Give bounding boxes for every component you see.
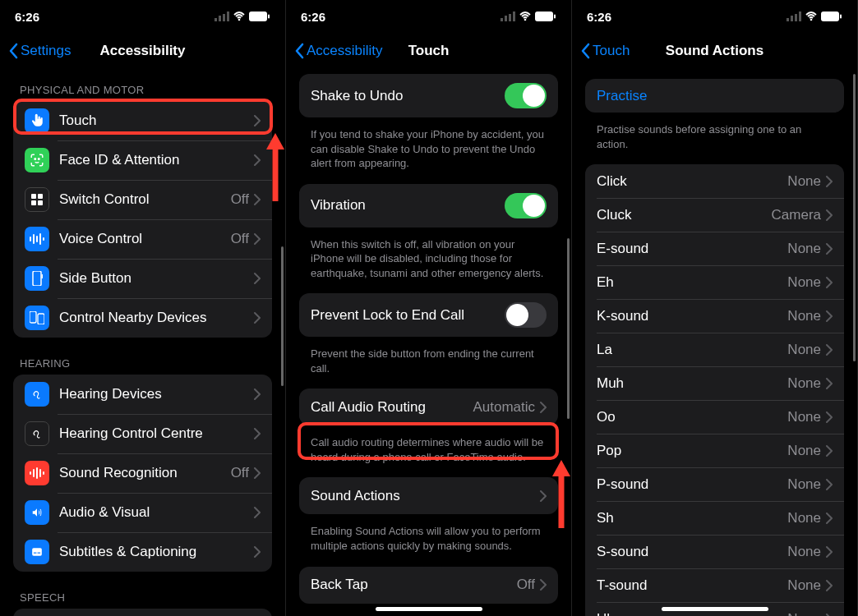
row-value: Off [231,191,249,208]
svg-rect-21 [38,314,44,324]
chevron-left-icon [580,43,591,59]
row-sound-click[interactable]: ClickNone [585,164,844,198]
practise-label: Practise [597,88,833,104]
chevron-right-icon [826,277,833,288]
chevron-right-icon [826,209,833,221]
battery-icon [249,11,270,21]
row-practise[interactable]: Practise [585,79,844,113]
scroll-area[interactable]: Shake to Undo If you tend to shake your … [286,69,571,616]
row-sound-pop[interactable]: PopNone [585,434,844,467]
row-sound-cluck[interactable]: CluckCamera [585,198,844,232]
svg-rect-17 [43,237,44,241]
chevron-right-icon [254,312,261,324]
toggle-vibration[interactable] [505,193,547,218]
row-sound-tsound[interactable]: T-soundNone [585,568,844,602]
section-physical-motor: Physical and Motor [7,69,279,101]
section-hearing: Hearing [7,342,279,375]
scroll-area[interactable]: Practise Practise sounds before assignin… [572,69,857,616]
svg-rect-28 [34,553,37,554]
row-voice-control[interactable]: Voice Control Off [13,219,272,259]
chevron-right-icon [254,467,261,479]
status-icons [214,11,270,21]
chevron-right-icon [254,154,261,166]
chevron-right-icon [826,243,833,255]
sound-value: None [787,409,821,425]
status-time: 6:26 [301,10,325,24]
row-hearing-devices[interactable]: Hearing Devices [13,375,272,414]
chevron-right-icon [254,388,261,400]
row-back-tap[interactable]: Back Tap Off [299,567,558,604]
sound-label: Click [597,173,787,190]
row-value: Automatic [473,399,535,416]
row-call-audio[interactable]: Call Audio Routing Automatic [299,388,558,425]
chevron-right-icon [254,428,261,439]
svg-rect-11 [31,200,36,205]
row-prevent-lock[interactable]: Prevent Lock to End Call [299,293,558,337]
scroll-area[interactable]: Physical and Motor Touch Face ID & Atten… [0,69,285,616]
row-switch-control[interactable]: Switch Control Off [13,180,272,219]
back-button[interactable]: Touch [580,43,630,59]
subtitles-icon [25,540,49,564]
home-indicator [662,607,768,611]
row-sound-la[interactable]: LaNone [585,333,844,366]
row-vibration[interactable]: Vibration [299,184,558,228]
row-sound-eh[interactable]: EhNone [585,265,844,299]
row-sound-ksound[interactable]: K-soundNone [585,299,844,333]
sound-value: None [787,443,821,459]
status-icons [501,11,556,21]
chevron-right-icon [540,402,547,413]
sound-label: Cluck [597,207,772,223]
row-sound-sh[interactable]: ShNone [585,501,844,535]
voice-control-icon [25,227,49,251]
row-sound-recognition[interactable]: Sound Recognition Off [13,453,272,493]
chevron-right-icon [254,273,261,284]
nav-bar: Accessibility Touch [286,33,571,69]
switch-control-icon [25,187,49,212]
svg-rect-51 [821,11,839,21]
chevron-left-icon [8,43,19,59]
status-icons [786,11,842,21]
svg-point-43 [524,19,527,21]
row-side-button[interactable]: Side Button [13,259,272,298]
svg-point-8 [39,159,40,160]
chevron-right-icon [826,310,833,322]
row-subtitles[interactable]: Subtitles & Captioning [13,532,272,572]
sound-value: None [787,577,821,594]
row-shake-undo[interactable]: Shake to Undo [299,74,558,117]
row-label: Sound Recognition [59,465,231,481]
back-button[interactable]: Settings [8,43,71,59]
row-label: Voice Control [59,231,231,247]
row-sound-muh[interactable]: MuhNone [585,366,844,400]
toggle-prevent-lock[interactable] [505,302,547,328]
row-live-speech[interactable]: Live Speech Off [13,609,272,616]
chevron-right-icon [254,507,261,518]
row-sound-ssound[interactable]: S-soundNone [585,535,844,568]
row-sound-actions[interactable]: Sound Actions [299,477,558,514]
sound-label: La [597,342,787,358]
svg-point-50 [810,19,813,21]
toggle-shake-undo[interactable] [505,83,547,108]
row-value: Off [517,577,535,593]
row-hearing-cc[interactable]: Hearing Control Centre [13,414,272,453]
chevron-right-icon [254,546,261,558]
row-faceid[interactable]: Face ID & Attention [13,140,272,180]
touch-icon [25,108,49,133]
row-control-nearby[interactable]: Control Nearby Devices [13,298,272,338]
row-sound-psound[interactable]: P-soundNone [585,467,844,501]
row-touch[interactable]: Touch [13,101,272,140]
sound-value: None [787,544,821,560]
svg-point-7 [35,159,36,160]
svg-rect-0 [214,18,217,21]
scroll-indicator [853,74,856,361]
sound-value: None [787,241,821,257]
svg-point-4 [238,19,241,21]
back-button[interactable]: Accessibility [294,43,383,59]
svg-rect-10 [38,194,43,199]
row-audio-visual[interactable]: Audio & Visual [13,493,272,532]
row-label: Hearing Control Centre [59,425,254,442]
row-sound-esound[interactable]: E-soundNone [585,232,844,265]
svg-rect-13 [30,237,31,241]
chevron-right-icon [254,194,261,205]
row-sound-oo[interactable]: OoNone [585,400,844,434]
row-label: Switch Control [59,191,231,208]
